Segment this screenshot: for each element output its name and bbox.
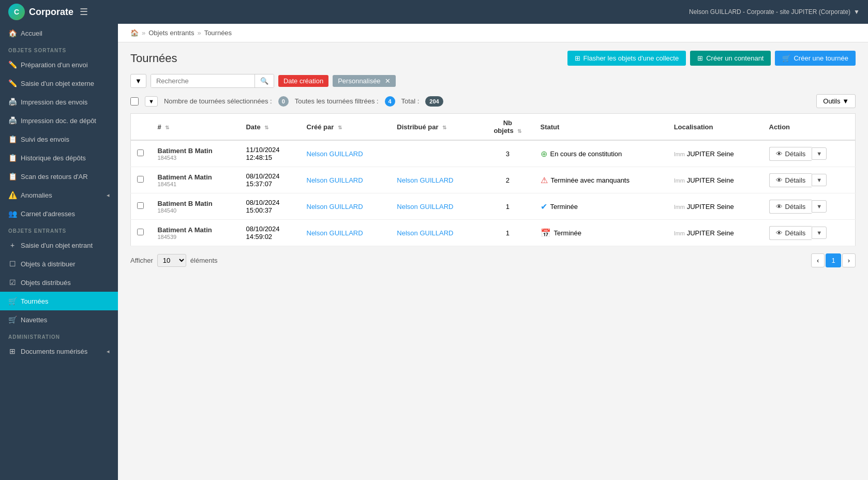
cree-par-link-2[interactable]: Nelson GUILLARD	[307, 203, 363, 211]
create-container-button[interactable]: ⊞ Créer un contenant	[690, 51, 771, 66]
distribue-par-link-1[interactable]: Nelson GUILLARD	[397, 176, 453, 184]
sidebar-item-impression-doc[interactable]: 🖨️ Impression doc. de dépôt	[0, 111, 118, 130]
sidebar-item-historique[interactable]: 📋 Historique des dépôts	[0, 148, 118, 167]
col-action: Action	[763, 114, 856, 141]
filter-tag-date: Date création	[278, 75, 328, 87]
eye-icon-0: 👁	[776, 150, 783, 158]
prev-page-button[interactable]: ‹	[811, 253, 825, 267]
details-label-2: Détails	[785, 203, 806, 211]
row-statut-text-0: En cours de constitution	[550, 150, 622, 158]
filter-tag-date-label: Date création	[283, 77, 323, 85]
row-name-1: Batiment A Matin	[158, 173, 234, 181]
stats-dropdown-button[interactable]: ▼	[145, 96, 158, 107]
details-dropdown-button-0[interactable]: ▼	[812, 147, 827, 160]
home-icon: 🏠	[8, 29, 17, 37]
sidebar-item-saisie-externe[interactable]: ✏️ Saisie d'un objet externe	[0, 74, 118, 93]
main-content: 🏠 » Objets entrants » Tournées Tournées …	[118, 24, 868, 480]
distribue-par-link-2[interactable]: Nelson GUILLARD	[397, 203, 453, 211]
sidebar-item-objets-distribuer[interactable]: ☐ Objets à distribuer	[0, 254, 118, 273]
row-name-cell: Batiment A Matin 184539	[152, 220, 240, 246]
sort-objets-icon[interactable]: ⇅	[517, 128, 521, 134]
details-dropdown-button-3[interactable]: ▼	[812, 227, 827, 239]
sidebar-label-tournees: Tournées	[21, 297, 48, 305]
sidebar-label-impression-envois: Impression des envois	[21, 98, 87, 106]
details-dropdown-button-1[interactable]: ▼	[812, 174, 827, 186]
sidebar-item-saisie-entrant[interactable]: + Saisie d'un objet entrant	[0, 236, 118, 254]
flash-button[interactable]: ⊞ Flasher les objets d'une collecte	[567, 51, 686, 66]
status-green-circle-icon: ⊕	[541, 149, 547, 159]
sort-number-icon[interactable]: ⇅	[165, 125, 169, 130]
row-nb-objets-cell-0: 3	[481, 140, 534, 167]
per-page-select[interactable]: 10 25 50 100	[157, 254, 186, 267]
sort-distribue-icon[interactable]: ⇅	[442, 125, 446, 130]
next-page-button[interactable]: ›	[842, 253, 856, 267]
row-checkbox-1[interactable]	[137, 176, 144, 183]
sidebar-item-suivi-envois[interactable]: 📋 Suivi des envois	[0, 130, 118, 148]
flash-icon: ⊞	[575, 54, 580, 62]
create-tour-button[interactable]: 🛒 Créer une tournée	[775, 51, 856, 66]
row-checkbox-0[interactable]	[137, 149, 144, 156]
sidebar-item-documents[interactable]: ⊞ Documents numérisés ◂	[0, 342, 118, 361]
cree-par-link-1[interactable]: Nelson GUILLARD	[307, 176, 363, 184]
row-checkbox-cell	[131, 193, 152, 220]
row-date-cell-2: 08/10/202415:00:37	[240, 193, 300, 220]
stats-bar: ▼ Nombre de tournées sélectionnées : 0 T…	[118, 94, 868, 113]
breadcrumb-item-1[interactable]: Objets entrants	[148, 29, 194, 37]
row-nb-objets-cell-1: 2	[481, 167, 534, 193]
details-button-1[interactable]: 👁 Détails	[769, 173, 812, 187]
details-label-1: Détails	[785, 176, 806, 184]
sidebar-item-carnet[interactable]: 👥 Carnet d'adresses	[0, 204, 118, 223]
details-button-0[interactable]: 👁 Détails	[769, 147, 812, 161]
row-status-wrap-3: 📅 Terminée	[541, 228, 662, 238]
row-localisation-cell-3: Imm JUPITER Seine	[668, 220, 763, 246]
sidebar-label-anomalies: Anomalies	[21, 191, 52, 199]
cree-par-link-3[interactable]: Nelson GUILLARD	[307, 229, 363, 237]
user-dropdown-icon[interactable]: ▼	[854, 8, 860, 16]
sidebar-item-objets-distribues[interactable]: ☑ Objets distribués	[0, 273, 118, 292]
sidebar-item-anomalies[interactable]: ⚠️ Anomalies ◂	[0, 186, 118, 204]
status-red-warning-icon: ⚠	[541, 175, 548, 185]
sidebar-label-preparation: Préparation d'un envoi	[21, 61, 88, 69]
row-checkbox-3[interactable]	[137, 229, 144, 235]
page-1-button[interactable]: 1	[826, 253, 841, 267]
row-statut-cell-3: 📅 Terminée	[534, 220, 668, 246]
row-action-cell-2: 👁 Détails ▼	[763, 193, 856, 220]
col-nb-objets: Nbobjets ⇅	[481, 114, 534, 141]
sidebar-item-tournees[interactable]: 🛒 Tournées	[0, 292, 118, 310]
total-count-badge: 204	[425, 96, 443, 107]
outils-button[interactable]: Outils ▼	[816, 94, 856, 108]
filter-dropdown-button[interactable]: ▼	[130, 74, 146, 88]
sidebar-item-navettes[interactable]: 🛒 Navettes	[0, 310, 118, 329]
row-cree-par-cell-1: Nelson GUILLARD	[301, 167, 391, 193]
sort-cree-icon[interactable]: ⇅	[338, 125, 342, 130]
cree-par-link-0[interactable]: Nelson GUILLARD	[307, 150, 363, 158]
details-dropdown-button-2[interactable]: ▼	[812, 200, 827, 213]
col-localisation: Localisation	[668, 114, 763, 141]
search-button[interactable]: 🔍	[255, 74, 274, 87]
row-statut-cell-2: ✔ Terminée	[534, 193, 668, 220]
sidebar-label-objets-distribues: Objets distribués	[21, 279, 71, 287]
breadcrumb-home-icon[interactable]: 🏠	[130, 29, 139, 37]
hamburger-icon[interactable]: ☰	[80, 6, 88, 18]
filter-tag-close-icon[interactable]: ✕	[385, 77, 391, 85]
sidebar-item-impression-envois[interactable]: 🖨️ Impression des envois	[0, 93, 118, 111]
details-button-2[interactable]: 👁 Détails	[769, 200, 812, 214]
row-checkbox-2[interactable]	[137, 202, 144, 209]
row-distribue-par-cell-3: Nelson GUILLARD	[391, 220, 481, 246]
breadcrumb-item-2[interactable]: Tournées	[204, 29, 232, 37]
sidebar-item-preparation-envoi[interactable]: ✏️ Préparation d'un envoi	[0, 55, 118, 74]
sort-date-icon[interactable]: ⇅	[264, 125, 268, 130]
sidebar-label-suivi: Suivi des envois	[21, 136, 69, 143]
total-label: Total :	[401, 97, 420, 105]
list-icon: 📋	[8, 135, 17, 143]
sidebar-item-scan[interactable]: 📋 Scan des retours d'AR	[0, 167, 118, 186]
select-all-checkbox[interactable]	[130, 97, 139, 106]
details-button-3[interactable]: 👁 Détails	[769, 226, 812, 240]
sidebar-item-accueil[interactable]: 🏠 Accueil	[0, 24, 118, 42]
row-checkbox-cell	[131, 220, 152, 246]
row-date-cell-1: 08/10/202415:37:07	[240, 167, 300, 193]
distribue-par-link-3[interactable]: Nelson GUILLARD	[397, 229, 453, 237]
row-nb-objets-cell-3: 1	[481, 220, 534, 246]
search-input[interactable]	[151, 74, 255, 87]
details-label-3: Détails	[785, 229, 806, 237]
